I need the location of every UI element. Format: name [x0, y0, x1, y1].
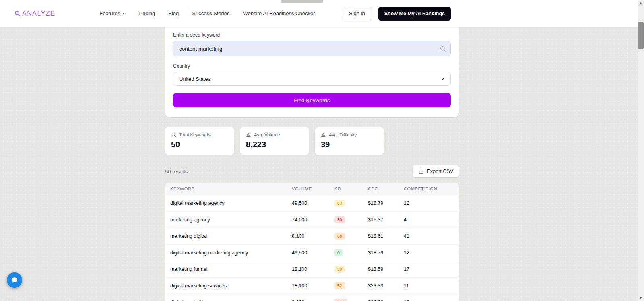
scrollbar-thumb[interactable]: [638, 22, 644, 49]
table-row[interactable]: digital marketing company9,900100$26.081…: [165, 294, 459, 301]
cell-keyword: marketing funnel: [165, 261, 287, 278]
cell-volume: 12,100: [287, 261, 329, 278]
navbar-inner: ANALYZE FeaturesPricingBlogSuccess Stori…: [14, 7, 451, 21]
kd-badge: 80: [334, 216, 345, 223]
stat-label: Avg. Difficulty: [321, 132, 378, 137]
kd-badge: 63: [334, 200, 345, 207]
table-header: KEYWORDVOLUMEKDCPCCOMPETITION: [165, 183, 459, 195]
stat-label: Total Keywords: [171, 132, 228, 137]
cell-volume: 74,000: [287, 212, 329, 228]
cell-kd: 100: [329, 294, 363, 301]
table-row[interactable]: digital marketing marketing agency49,500…: [165, 245, 459, 261]
cell-cpc: $18.79: [363, 245, 398, 261]
keyword-search-card: Enter a seed keyword Country United Stat…: [165, 27, 459, 117]
seed-keyword-input[interactable]: [173, 41, 451, 56]
brand-name: ANALYZE: [22, 10, 55, 17]
stat-card-avg-volume: Avg. Volume8,223: [240, 127, 309, 155]
nav-link-website-ai-readiness-checker[interactable]: Website AI Readiness Checker: [243, 10, 315, 16]
scroll-up-arrow[interactable]: ▲: [638, 0, 644, 6]
cell-keyword: digital marketing services: [165, 278, 287, 294]
table-row[interactable]: digital marketing services18,10052$23.33…: [165, 278, 459, 294]
cell-volume: 8,100: [287, 228, 329, 245]
cell-cpc: $13.59: [363, 261, 398, 278]
country-select[interactable]: United States: [173, 72, 451, 86]
nav-link-blog[interactable]: Blog: [168, 10, 179, 16]
kd-badge: 100: [334, 299, 347, 301]
stat-card-avg-difficulty: Avg. Difficulty39: [315, 127, 384, 155]
cell-competition: 12: [398, 195, 459, 212]
column-header-volume: VOLUME: [287, 183, 329, 195]
cell-volume: 9,900: [287, 294, 329, 301]
cell-keyword: digital marketing agency: [165, 195, 287, 212]
column-header-kd: KD: [329, 183, 363, 195]
nav-links: FeaturesPricingBlogSuccess StoriesWebsit…: [99, 10, 315, 16]
cell-keyword: marketing agency: [165, 212, 287, 228]
kd-badge: 68: [334, 233, 345, 240]
cell-kd: 58: [329, 261, 363, 278]
keywords-table: KEYWORDVOLUMEKDCPCCOMPETITION digital ma…: [165, 183, 459, 301]
chat-icon: [11, 276, 18, 284]
bar-chart-icon: [246, 132, 251, 137]
kd-badge: 52: [334, 282, 345, 289]
cell-cpc: $26.08: [363, 294, 398, 301]
nav-link-success-stories[interactable]: Success Stories: [192, 10, 229, 16]
table-row[interactable]: marketing digital8,10068$18.6141: [165, 228, 459, 245]
ai-rankings-button[interactable]: Show Me My AI Rankings: [378, 7, 451, 21]
top-remnant: [281, 0, 323, 3]
cell-competition: 19: [398, 294, 459, 301]
find-keywords-button[interactable]: Find Keywords: [173, 93, 451, 107]
export-csv-button[interactable]: Export CSV: [413, 165, 459, 177]
cell-kd: 52: [329, 278, 363, 294]
cell-kd: 68: [329, 228, 363, 245]
country-label: Country: [173, 63, 451, 69]
cell-keyword: marketing digital: [165, 228, 287, 245]
search-icon: [440, 45, 446, 52]
country-selected-value: United States: [179, 76, 211, 82]
table-header-row: KEYWORDVOLUMEKDCPCCOMPETITION: [165, 183, 459, 195]
stat-value: 8,223: [246, 140, 303, 149]
chat-widget-button[interactable]: [7, 272, 22, 288]
scrollbar[interactable]: ▲ ▼: [638, 0, 644, 301]
export-csv-label: Export CSV: [427, 169, 453, 174]
chevron-down-icon: [440, 76, 445, 81]
cell-keyword: digital marketing company: [165, 294, 287, 301]
stats-row: Total Keywords50Avg. Volume8,223Avg. Dif…: [165, 127, 459, 155]
stat-label: Avg. Volume: [246, 132, 303, 137]
cell-cpc: $18.61: [363, 228, 398, 245]
stat-value: 50: [171, 140, 228, 149]
brand-logo[interactable]: ANALYZE: [14, 10, 55, 17]
cell-volume: 18,100: [287, 278, 329, 294]
seed-keyword-label: Enter a seed keyword: [173, 32, 451, 38]
download-icon: [418, 169, 424, 174]
nav-actions: Sign in Show Me My AI Rankings: [342, 7, 451, 21]
nav-link-pricing[interactable]: Pricing: [139, 10, 155, 16]
cell-competition: 11: [398, 278, 459, 294]
sign-in-button[interactable]: Sign in: [342, 7, 372, 20]
table-body: digital marketing agency49,50063$18.7912…: [165, 195, 459, 301]
stat-value: 39: [321, 140, 378, 149]
main-content: Enter a seed keyword Country United Stat…: [165, 27, 459, 301]
column-header-keyword: KEYWORD: [165, 183, 287, 195]
search-icon: [171, 132, 176, 137]
kd-badge: 0: [334, 249, 343, 256]
cell-competition: 41: [398, 228, 459, 245]
stat-card-total-keywords: Total Keywords50: [165, 127, 234, 155]
seed-input-wrapper: [173, 41, 451, 56]
table-row[interactable]: marketing funnel12,10058$13.5917: [165, 261, 459, 278]
nav-link-features[interactable]: Features: [99, 10, 126, 16]
cell-competition: 17: [398, 261, 459, 278]
keywords-table-card: KEYWORDVOLUMEKDCPCCOMPETITION digital ma…: [165, 183, 459, 301]
cell-competition: 12: [398, 245, 459, 261]
cell-competition: 4: [398, 212, 459, 228]
column-header-competition: COMPETITION: [398, 183, 459, 195]
cell-keyword: digital marketing marketing agency: [165, 245, 287, 261]
table-row[interactable]: marketing agency74,00080$15.374: [165, 212, 459, 228]
cell-kd: 63: [329, 195, 363, 212]
magnifier-logo-icon: [14, 10, 21, 17]
cell-cpc: $15.37: [363, 212, 398, 228]
cell-cpc: $23.33: [363, 278, 398, 294]
table-row[interactable]: digital marketing agency49,50063$18.7912: [165, 195, 459, 212]
cell-kd: 0: [329, 245, 363, 261]
navbar: ANALYZE FeaturesPricingBlogSuccess Stori…: [0, 0, 638, 27]
scroll-down-arrow[interactable]: ▼: [638, 295, 644, 301]
